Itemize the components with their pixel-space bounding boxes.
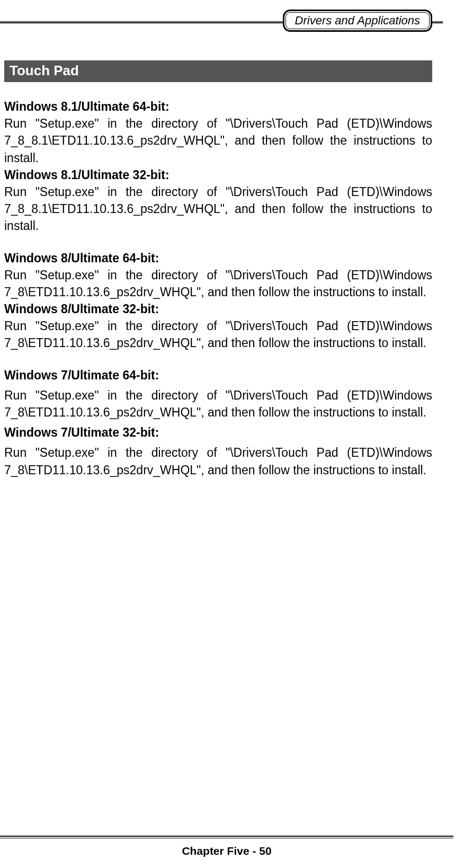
bottom-divider (0, 836, 453, 838)
instruction-group-7: Windows 7/Ultimate 64-bit: Run "Setup.ex… (4, 367, 432, 479)
os-text: Run "Setup.exe" in the directory of "\Dr… (4, 444, 432, 478)
os-text: Run "Setup.exe" in the directory of "\Dr… (4, 317, 432, 351)
os-text: Run "Setup.exe" in the directory of "\Dr… (4, 267, 432, 300)
os-label: Windows 8.1/Ultimate 32-bit: (4, 166, 432, 183)
os-label: Windows 8/Ultimate 32-bit: (4, 300, 432, 317)
os-text: Run "Setup.exe" in the directory of "\Dr… (4, 115, 432, 166)
os-label: Windows 7/Ultimate 64-bit: (4, 367, 432, 384)
page-footer-area: Chapter Five - 50 (0, 836, 453, 857)
footer-text: Chapter Five - 50 (0, 845, 453, 857)
header-badge: Drivers and Applications (283, 10, 432, 32)
instruction-group-81: Windows 8.1/Ultimate 64-bit: Run "Setup.… (4, 98, 432, 235)
os-label: Windows 8.1/Ultimate 64-bit: (4, 98, 432, 115)
os-label: Windows 8/Ultimate 64-bit: (4, 250, 432, 267)
section-title: Touch Pad (4, 60, 432, 82)
os-text: Run "Setup.exe" in the directory of "\Dr… (4, 183, 432, 235)
instruction-group-8: Windows 8/Ultimate 64-bit: Run "Setup.ex… (4, 250, 432, 352)
os-label: Windows 7/Ultimate 32-bit: (4, 424, 432, 441)
os-text: Run "Setup.exe" in the directory of "\Dr… (4, 387, 432, 421)
page-content: Touch Pad Windows 8.1/Ultimate 64-bit: R… (0, 23, 453, 479)
